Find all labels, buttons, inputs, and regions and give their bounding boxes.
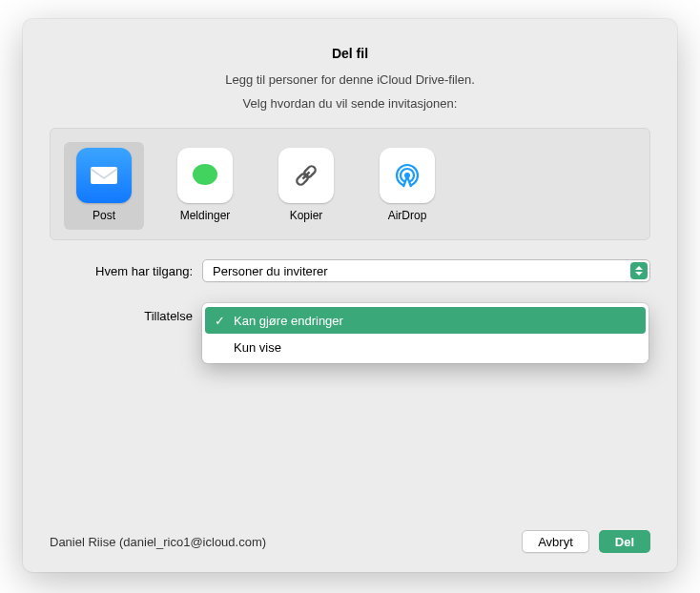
share-method-copy-link[interactable]: Kopier bbox=[266, 142, 346, 230]
share-method-label: Post bbox=[68, 209, 140, 222]
share-method-messages[interactable]: Meldinger bbox=[165, 142, 245, 230]
permission-option-label: Kan gjøre endringer bbox=[232, 314, 343, 328]
dialog-title: Del fil bbox=[50, 46, 650, 61]
cancel-button[interactable]: Avbryt bbox=[522, 530, 589, 553]
share-method-label: Kopier bbox=[270, 209, 342, 222]
svg-rect-0 bbox=[91, 167, 117, 184]
chevron-up-down-icon bbox=[630, 262, 648, 279]
permission-option-label: Kun vise bbox=[232, 340, 281, 355]
permission-popup: ✓ Kan gjøre endringer Kun vise bbox=[202, 303, 649, 363]
permission-option-edit[interactable]: ✓ Kan gjøre endringer bbox=[205, 307, 646, 334]
dialog-footer: Daniel Riise (daniel_rico1@icloud.com) A… bbox=[50, 530, 650, 553]
checkmark-icon: ✓ bbox=[215, 314, 232, 328]
permission-option-view[interactable]: Kun vise bbox=[205, 334, 646, 360]
permission-label: Tillatelse bbox=[50, 303, 202, 323]
current-user-label: Daniel Riise (daniel_rico1@icloud.com) bbox=[50, 535, 512, 549]
access-row: Hvem har tilgang: Personer du inviterer bbox=[50, 259, 650, 282]
airdrop-icon bbox=[380, 148, 435, 203]
access-select[interactable]: Personer du inviterer bbox=[202, 259, 650, 282]
share-button[interactable]: Del bbox=[599, 530, 650, 553]
dialog-subtitle-2: Velg hvordan du vil sende invitasjonen: bbox=[50, 96, 650, 111]
mail-icon bbox=[76, 148, 132, 203]
access-label: Hvem har tilgang: bbox=[50, 264, 202, 278]
share-method-airdrop[interactable]: AirDrop bbox=[367, 142, 447, 230]
svg-point-1 bbox=[193, 164, 217, 185]
share-method-label: Meldinger bbox=[169, 209, 241, 222]
access-select-value: Personer du inviterer bbox=[213, 264, 328, 278]
link-icon bbox=[278, 148, 334, 203]
share-methods-panel: Post Meldinger Kopier bbox=[50, 128, 650, 240]
permission-row: Tillatelse ✓ Kan gjøre endringer Kun vis… bbox=[50, 303, 650, 323]
share-file-dialog: Del fil Legg til personer for denne iClo… bbox=[23, 19, 677, 572]
share-method-label: AirDrop bbox=[371, 209, 443, 222]
messages-icon bbox=[177, 148, 233, 203]
dialog-subtitle: Legg til personer for denne iCloud Drive… bbox=[50, 72, 650, 87]
share-method-mail[interactable]: Post bbox=[64, 142, 144, 230]
svg-rect-4 bbox=[302, 172, 311, 180]
